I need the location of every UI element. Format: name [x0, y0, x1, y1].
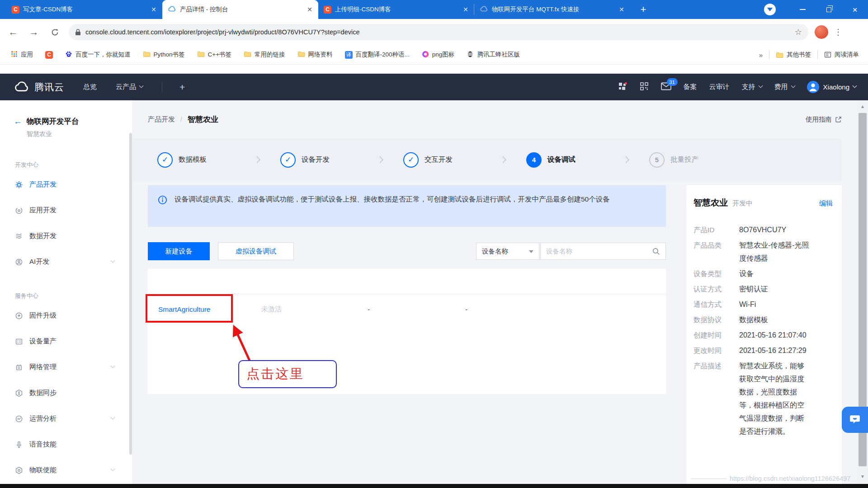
sidebar-item[interactable]: 网络管理: [0, 354, 132, 380]
bookmark-item[interactable]: 译 百度翻译-200种语...: [345, 51, 410, 59]
data-sync-icon: [15, 389, 23, 397]
field-value: Wi-Fi: [739, 298, 811, 311]
refresh-button[interactable]: [47, 24, 62, 40]
sidebar-item[interactable]: 产品开发: [0, 172, 132, 197]
sidebar-item[interactable]: 应用开发: [0, 197, 132, 223]
field-value: 2021-05-16 21:07:40: [739, 328, 811, 342]
bookmark-item[interactable]: 百度一下，你就知道: [65, 51, 131, 59]
breadcrumb-parent[interactable]: 产品开发: [148, 115, 175, 124]
search-input[interactable]: [546, 248, 652, 255]
sidebar-item[interactable]: 设备量产: [0, 328, 132, 354]
product-detail-panel: 智慧农业 开发中 编辑 产品ID 8O76VHCU7Y 产品品类 智慧农业-传感…: [686, 185, 842, 484]
filter-dropdown[interactable]: 设备名称: [476, 243, 539, 260]
bookmark-item[interactable]: 网络资料: [297, 51, 333, 59]
tab-close-icon[interactable]: ✕: [462, 6, 470, 13]
tab-title: 写文章-CSDN博客: [23, 5, 146, 14]
qrcode-icon[interactable]: [640, 82, 649, 92]
scroll-down-icon[interactable]: ▼: [857, 470, 868, 482]
profile-avatar[interactable]: [815, 25, 828, 39]
nav-right-item[interactable]: 云审计: [709, 83, 730, 91]
panel-field-row: 更改时间 2021-05-16 21:27:29: [693, 344, 833, 357]
field-value: 设备: [739, 267, 811, 280]
sidebar-item[interactable]: 固件升级: [0, 303, 132, 328]
browser-tab[interactable]: 物联网开发平台 MQTT.fx 快速接 ✕: [474, 0, 630, 19]
message-count-badge: 31: [667, 78, 678, 86]
step-item[interactable]: 数据模板: [157, 152, 280, 168]
forward-button[interactable]: →: [26, 24, 42, 40]
step-item[interactable]: 4 设备调试: [526, 152, 649, 168]
maximize-restore-button[interactable]: [816, 0, 842, 19]
main-content: 产品开发 / 智慧农业 使用指南 数据模板 设备开发 交互开发: [133, 100, 857, 484]
step-item[interactable]: 5 批量投产: [649, 152, 772, 168]
nav-menu-item[interactable]: 云产品: [116, 83, 143, 91]
step-separator-icon: [377, 156, 384, 164]
back-button[interactable]: ←: [5, 24, 21, 40]
search-icon[interactable]: [652, 248, 660, 255]
new-tab-button[interactable]: +: [637, 4, 649, 15]
sidebar-item[interactable]: 数据开发: [0, 223, 132, 249]
tab-close-icon[interactable]: ✕: [306, 6, 314, 13]
scroll-up-icon[interactable]: ▲: [857, 100, 868, 112]
browser-tab[interactable]: C 上传明细-CSDN博客 ✕: [318, 0, 474, 19]
chat-support-button[interactable]: [842, 407, 868, 433]
sidebar-item-label: 物联使能: [29, 466, 57, 474]
nav-add-button[interactable]: +: [179, 82, 185, 93]
step-item[interactable]: 设备开发: [280, 152, 403, 168]
bookmark-item[interactable]: C++书签: [197, 51, 232, 59]
sidebar-item[interactable]: 运营分析: [0, 406, 132, 432]
bookmark-item[interactable]: 常用的链接: [244, 51, 285, 59]
app-dev-icon: [15, 206, 23, 215]
nav-right-item[interactable]: 支持: [742, 83, 762, 91]
avatar-icon: [807, 81, 819, 93]
reading-list-button[interactable]: 阅读清单: [824, 51, 859, 59]
bookmark-item[interactable]: C: [45, 51, 53, 59]
new-device-button[interactable]: 新建设备: [148, 242, 210, 260]
bookmark-item[interactable]: 腾讯工蜂社区版: [467, 51, 520, 59]
minimize-button[interactable]: [789, 0, 816, 19]
nav-menu-item[interactable]: 总览: [83, 83, 97, 91]
device-status: 未激活: [251, 305, 357, 314]
tab-close-icon[interactable]: ✕: [150, 6, 158, 13]
step-item[interactable]: 交互开发: [403, 152, 526, 168]
bookmarks-overflow-button[interactable]: »: [759, 51, 763, 59]
tab-close-icon[interactable]: ✕: [618, 6, 626, 13]
nav-right-item[interactable]: 费用: [774, 83, 795, 91]
user-menu[interactable]: Xiaolong: [807, 81, 856, 93]
product-dev-icon: [15, 181, 23, 189]
edit-link[interactable]: 编辑: [819, 199, 833, 208]
sidebar-item[interactable]: 语音技能: [0, 432, 132, 457]
bookmark-item[interactable]: Python书签: [143, 51, 185, 59]
other-bookmarks-button[interactable]: 其他书签: [776, 51, 811, 59]
browser-tab[interactable]: C 写文章-CSDN博客 ✕: [6, 0, 162, 19]
section-label-dev: 开发中心: [15, 161, 132, 169]
sidebar-item[interactable]: 物联使能: [0, 457, 132, 483]
menu-kebab-icon[interactable]: ⋮: [832, 27, 844, 37]
step-separator-icon: [254, 156, 261, 164]
field-label: 产品ID: [693, 223, 739, 236]
usage-guide-link[interactable]: 使用指南: [806, 115, 842, 124]
bee-icon: [467, 51, 474, 59]
close-button[interactable]: ×: [842, 0, 868, 19]
messages-button[interactable]: 31: [661, 82, 671, 92]
back-arrow-icon[interactable]: ←: [14, 117, 22, 127]
search-box[interactable]: [540, 243, 666, 260]
nav-right-item[interactable]: 备案: [684, 83, 697, 91]
address-bar[interactable]: console.cloud.tencent.com/iotexplorer/pr…: [69, 24, 808, 40]
png-icon: [422, 51, 429, 59]
bookmark-item[interactable]: 应用: [11, 51, 33, 59]
bookmark-item[interactable]: png图标: [422, 51, 455, 59]
folder-icon: [776, 52, 783, 58]
sidebar-scrollbar[interactable]: [129, 133, 132, 455]
field-label: 产品品类: [693, 239, 739, 265]
sidebar-item[interactable]: 数据同步: [0, 380, 132, 406]
tencent-cloud-logo[interactable]: 腾讯云: [14, 81, 64, 94]
console-apps-icon[interactable]: [618, 82, 627, 93]
field-label: 产品描述: [693, 359, 739, 438]
virtual-debug-button[interactable]: 虚拟设备调试: [218, 242, 294, 260]
browser-tab[interactable]: 产品详情 - 控制台 ✕: [162, 0, 318, 19]
bookmark-label: C++书签: [208, 51, 232, 59]
bookmark-star-icon[interactable]: ☆: [795, 27, 802, 37]
browser-update-icon[interactable]: [764, 4, 776, 15]
sidebar-item[interactable]: AI开发: [0, 249, 132, 275]
chevron-down-icon: [791, 84, 795, 88]
